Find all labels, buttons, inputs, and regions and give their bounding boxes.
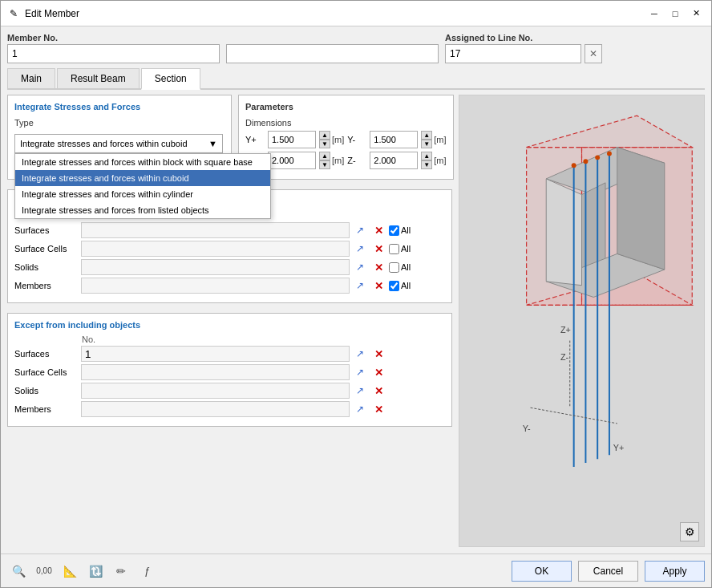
member-no-input[interactable] bbox=[7, 44, 220, 63]
member-no-group: Member No. bbox=[7, 33, 220, 63]
except-members-pick-btn[interactable]: ↗ bbox=[352, 401, 368, 417]
z-minus-up[interactable]: ▲ bbox=[421, 152, 432, 160]
dims-row-y: Y+ ▲ ▼ [m] Y- ▲ ▼ bbox=[245, 131, 447, 148]
z-minus-down[interactable]: ▼ bbox=[421, 160, 432, 169]
include-surface-cells-checkbox[interactable] bbox=[389, 244, 399, 254]
toolbar-refresh-btn[interactable]: 🔃 bbox=[84, 560, 107, 582]
top-sections: Integrate Stresses and Forces Type Integ… bbox=[7, 95, 452, 180]
cancel-button[interactable]: Cancel bbox=[578, 561, 638, 582]
include-members-clear-btn[interactable]: ✕ bbox=[370, 278, 386, 294]
integrate-section: Integrate Stresses and Forces Type Integ… bbox=[7, 95, 232, 180]
svg-marker-8 bbox=[546, 179, 581, 286]
include-members-checkbox[interactable] bbox=[389, 281, 399, 291]
y-plus-down[interactable]: ▼ bbox=[319, 140, 330, 148]
include-solids-input[interactable] bbox=[81, 259, 350, 275]
toolbar-decimal-btn[interactable]: 0,00 bbox=[33, 560, 55, 582]
y-plus-up[interactable]: ▲ bbox=[319, 131, 330, 140]
include-surface-cells-pick-btn[interactable]: ↗ bbox=[352, 241, 368, 257]
y-minus-up[interactable]: ▲ bbox=[421, 131, 432, 140]
toolbar-function-btn[interactable]: ƒ bbox=[136, 560, 158, 582]
type-dropdown[interactable]: Integrate stresses and forces within cub… bbox=[14, 134, 223, 153]
ok-button[interactable]: OK bbox=[512, 561, 572, 582]
include-surfaces-input[interactable] bbox=[81, 222, 350, 238]
z-plus-input[interactable] bbox=[268, 152, 316, 169]
z-plus-up[interactable]: ▲ bbox=[319, 152, 330, 160]
z-plus-unit: [m] bbox=[332, 156, 344, 165]
dropdown-item-0[interactable]: Integrate stresses and forces within blo… bbox=[15, 154, 270, 170]
svg-point-21 bbox=[595, 155, 600, 160]
y-plus-input[interactable] bbox=[268, 131, 316, 148]
except-solids-input[interactable] bbox=[81, 383, 350, 399]
include-surfaces-all: All bbox=[389, 225, 445, 236]
except-surface-cells-input[interactable] bbox=[81, 364, 350, 380]
dims-row-z: Z+ ▲ ▼ [m] Z- ▲ ▼ bbox=[245, 152, 447, 169]
except-members-clear-btn[interactable]: ✕ bbox=[370, 401, 386, 417]
z-plus-down[interactable]: ▼ bbox=[319, 160, 330, 169]
viz-settings-button[interactable]: ⚙ bbox=[680, 522, 699, 541]
dropdown-item-2[interactable]: Integrate stresses and forces within cyl… bbox=[15, 186, 270, 202]
pick-icon: ↗ bbox=[356, 403, 364, 415]
secondary-input[interactable] bbox=[226, 44, 439, 63]
svg-point-20 bbox=[583, 159, 588, 164]
include-surface-cells-label: Surface Cells bbox=[14, 244, 79, 253]
tab-result-beam[interactable]: Result Beam bbox=[57, 68, 140, 88]
except-solids-pick-btn[interactable]: ↗ bbox=[352, 383, 368, 399]
right-panel: Z+ Z- Y- Y+ ⚙ bbox=[459, 95, 705, 547]
window-title: Edit Member bbox=[25, 8, 645, 19]
include-members-input[interactable] bbox=[81, 278, 350, 294]
y-minus-label: Y- bbox=[347, 135, 366, 144]
pick-icon: ↗ bbox=[356, 367, 364, 378]
include-surfaces-clear-btn[interactable]: ✕ bbox=[370, 222, 386, 238]
dropdown-arrow-icon: ▼ bbox=[208, 139, 217, 148]
clear-icon: ✕ bbox=[374, 348, 383, 360]
except-solids-clear-btn[interactable]: ✕ bbox=[370, 383, 386, 399]
top-row: Member No. Assigned to Line No. ✕ bbox=[7, 33, 705, 63]
include-surface-cells-clear-btn[interactable]: ✕ bbox=[370, 241, 386, 257]
svg-text:Z+: Z+ bbox=[560, 325, 571, 335]
include-surfaces-checkbox[interactable] bbox=[389, 225, 399, 236]
except-surfaces-input[interactable] bbox=[81, 346, 350, 362]
dropdown-item-1[interactable]: Integrate stresses and forces within cub… bbox=[15, 170, 270, 186]
include-solids-label: Solids bbox=[14, 262, 79, 272]
include-surfaces-row: Surfaces ↗ ✕ All bbox=[14, 222, 445, 238]
tab-section[interactable]: Section bbox=[141, 68, 200, 90]
y-minus-input[interactable] bbox=[370, 131, 418, 148]
z-minus-unit: [m] bbox=[434, 156, 446, 165]
include-members-pick-btn[interactable]: ↗ bbox=[352, 278, 368, 294]
tab-main[interactable]: Main bbox=[7, 68, 55, 88]
except-surfaces-pick-btn[interactable]: ↗ bbox=[352, 346, 368, 362]
include-surface-cells-input[interactable] bbox=[81, 241, 350, 257]
pick-icon: ↗ bbox=[356, 243, 364, 254]
assigned-clear-button[interactable]: ✕ bbox=[585, 44, 602, 63]
except-solids-row: Solids ↗ ✕ bbox=[14, 383, 445, 399]
include-solids-checkbox[interactable] bbox=[389, 262, 399, 273]
toolbar-search-btn[interactable]: 🔍 bbox=[7, 560, 30, 582]
toolbar-edit-btn[interactable]: ✏ bbox=[110, 560, 132, 582]
include-solids-clear-btn[interactable]: ✕ bbox=[370, 259, 386, 275]
except-surface-cells-clear-btn[interactable]: ✕ bbox=[370, 364, 386, 380]
toolbar-angle-btn[interactable]: 📐 bbox=[59, 560, 81, 582]
clear-icon: ✕ bbox=[374, 262, 383, 274]
except-surface-cells-pick-btn[interactable]: ↗ bbox=[352, 364, 368, 380]
include-members-row: Members ↗ ✕ All bbox=[14, 278, 445, 294]
close-button[interactable]: ✕ bbox=[687, 5, 705, 22]
include-surfaces-pick-btn[interactable]: ↗ bbox=[352, 222, 368, 238]
svg-text:Y+: Y+ bbox=[613, 443, 625, 452]
assigned-label: Assigned to Line No. bbox=[445, 33, 602, 43]
maximize-button[interactable]: □ bbox=[666, 5, 684, 22]
dropdown-item-3[interactable]: Integrate stresses and forces from liste… bbox=[15, 202, 270, 218]
empty-label bbox=[226, 33, 439, 43]
include-surfaces-label: Surfaces bbox=[14, 225, 79, 235]
y-plus-unit: [m] bbox=[332, 135, 344, 144]
line-no-input[interactable] bbox=[445, 44, 581, 63]
y-minus-down[interactable]: ▼ bbox=[421, 140, 432, 148]
except-surfaces-clear-btn[interactable]: ✕ bbox=[370, 346, 386, 362]
z-minus-input[interactable] bbox=[370, 152, 418, 169]
except-members-input[interactable] bbox=[81, 401, 350, 417]
apply-button[interactable]: Apply bbox=[645, 561, 705, 582]
include-solids-pick-btn[interactable]: ↗ bbox=[352, 259, 368, 275]
window-icon: ✎ bbox=[7, 7, 20, 20]
minimize-button[interactable]: ─ bbox=[645, 5, 663, 22]
pick-icon: ↗ bbox=[356, 348, 364, 359]
pick-icon: ↗ bbox=[356, 385, 364, 396]
